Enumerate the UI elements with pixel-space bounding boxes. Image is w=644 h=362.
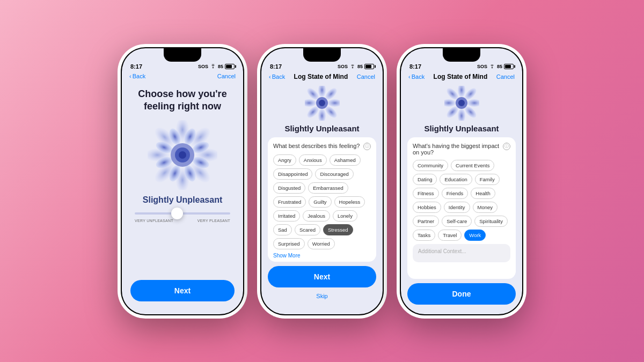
slider-thumb[interactable]: [171, 208, 183, 219]
tag-disgusted[interactable]: Disgusted: [273, 182, 305, 194]
additional-context-input[interactable]: Additional Context...: [413, 244, 510, 262]
info-btn-feelings[interactable]: ⓘ: [363, 143, 371, 150]
nav-bar-2: ‹ Back Log State of Mind Cancel: [261, 72, 383, 84]
screen3-content: Slightly Unpleasant What's having the bi…: [401, 84, 522, 314]
tag-lonely[interactable]: Lonely: [333, 210, 357, 221]
back-btn-2[interactable]: ‹ Back: [269, 73, 285, 80]
tag-travel[interactable]: Travel: [438, 230, 462, 241]
battery-3: 85: [497, 64, 502, 69]
tag-scared[interactable]: Scared: [295, 224, 320, 235]
tag-community[interactable]: Community: [413, 160, 448, 171]
slider-container: VERY UNPLEASANT VERY PLEASANT: [130, 212, 235, 223]
svg-point-28: [319, 100, 325, 106]
feeling-title-2: Slightly Unpleasant: [284, 124, 359, 133]
back-btn-3[interactable]: ‹ Back: [408, 73, 425, 80]
battery-icon-3: [504, 64, 514, 69]
cancel-btn-3[interactable]: Cancel: [496, 73, 515, 80]
tag-spirituality[interactable]: Spirituality: [474, 216, 508, 227]
flower-svg-2: [305, 86, 340, 121]
notch-2: [303, 48, 341, 62]
time-2: 8:17: [270, 63, 282, 70]
flower-1: [148, 120, 217, 190]
svg-point-38: [458, 100, 465, 106]
tag-fitness[interactable]: Fitness: [413, 188, 439, 199]
tag-jealous[interactable]: Jealous: [303, 210, 330, 221]
tag-frustrated[interactable]: Frustrated: [273, 196, 306, 208]
phone-2-screen: 8:17 SOS 85 ‹ Back: [261, 48, 383, 314]
battery-fill-1: [226, 65, 232, 68]
tag-identity[interactable]: Identity: [444, 202, 470, 213]
flower-svg-3: [444, 86, 479, 121]
tag-current-events[interactable]: Current Events: [451, 160, 494, 171]
tag-irritated[interactable]: Irritated: [273, 210, 300, 221]
show-more-btn[interactable]: Show More: [273, 253, 371, 258]
phone-3: 8:17 SOS 85 ‹ Back: [400, 47, 523, 315]
svg-point-18: [179, 151, 186, 159]
tag-stressed[interactable]: Stressed: [323, 224, 353, 235]
tag-worried[interactable]: Worried: [308, 238, 335, 249]
screen2-content: Slightly Unpleasant What best describes …: [261, 84, 383, 314]
battery-icon-2: [364, 64, 374, 69]
done-btn[interactable]: Done: [407, 283, 516, 305]
impact-question: What's having the biggest impact on you?…: [413, 143, 510, 156]
tag-family[interactable]: Family: [475, 174, 500, 185]
info-btn-impact[interactable]: ⓘ: [503, 143, 510, 150]
battery-fill-2: [365, 65, 371, 68]
tag-partner[interactable]: Partner: [413, 216, 439, 227]
skip-btn[interactable]: Skip: [268, 293, 376, 299]
tag-health[interactable]: Health: [471, 188, 495, 199]
tag-embarrassed[interactable]: Embarrassed: [308, 182, 348, 194]
slider-right-label: VERY PLEASANT: [197, 219, 230, 223]
tag-sad[interactable]: Sad: [273, 224, 292, 235]
next-btn-2[interactable]: Next: [268, 266, 376, 287]
status-right-2: SOS 85: [338, 64, 374, 69]
svg-point-33: [458, 109, 465, 121]
back-btn-1[interactable]: ‹ Back: [129, 73, 145, 79]
tag-hopeless[interactable]: Hopeless: [334, 196, 365, 208]
impact-card: What's having the biggest impact on you?…: [407, 137, 516, 279]
next-btn-1[interactable]: Next: [130, 280, 235, 301]
tag-work[interactable]: Work: [464, 230, 486, 241]
tag-discouraged[interactable]: Discouraged: [315, 168, 353, 180]
phone-1-wrapper: 8:17 SOS 85: [118, 44, 247, 319]
svg-point-23: [318, 109, 326, 121]
slider-left-label: VERY UNPLEASANT: [135, 219, 173, 223]
tag-angry[interactable]: Angry: [273, 154, 296, 166]
battery-fill-3: [505, 65, 511, 68]
nav-title-2: Log State of Mind: [294, 73, 348, 80]
tag-surprised[interactable]: Surprised: [273, 238, 305, 249]
tag-ashamed[interactable]: Ashamed: [330, 154, 361, 166]
tag-disappointed[interactable]: Disappointed: [273, 168, 312, 180]
tag-hobbies[interactable]: Hobbies: [413, 202, 441, 213]
carrier-1: SOS: [198, 64, 208, 69]
slider-labels: VERY UNPLEASANT VERY PLEASANT: [135, 219, 230, 223]
btn-area-3: Done: [407, 283, 516, 314]
tag-selfcare[interactable]: Self-care: [442, 216, 472, 227]
tag-money[interactable]: Money: [473, 202, 498, 213]
screen1-content: Choose how you're feeling right now: [122, 83, 243, 314]
svg-point-21: [328, 99, 340, 107]
phones-container: 8:17 SOS 85: [118, 44, 526, 319]
tag-education[interactable]: Education: [440, 174, 472, 185]
screen1-heading: Choose how you're feeling right now: [130, 88, 235, 113]
battery-icon-1: [225, 64, 235, 69]
phone-2-wrapper: 8:17 SOS 85 ‹ Back: [257, 44, 387, 319]
svg-point-19: [318, 86, 326, 97]
impact-tags: Community Current Events Dating Educatio…: [413, 160, 510, 241]
tag-tasks[interactable]: Tasks: [413, 230, 435, 241]
wifi-icon-3: [489, 64, 495, 69]
tag-guilty[interactable]: Guilty: [309, 196, 331, 208]
cancel-btn-1[interactable]: Cancel: [217, 73, 236, 79]
nav-bar-1: ‹ Back Cancel: [122, 72, 243, 83]
tag-dating[interactable]: Dating: [413, 174, 437, 185]
notch-3: [443, 48, 480, 62]
cancel-btn-2[interactable]: Cancel: [357, 73, 375, 80]
tag-anxious[interactable]: Anxious: [299, 154, 327, 166]
battery-2: 85: [357, 64, 363, 69]
nav-bar-3: ‹ Back Log State of Mind Cancel: [401, 72, 522, 84]
phone-3-wrapper: 8:17 SOS 85 ‹ Back: [397, 44, 526, 319]
slider-track[interactable]: [135, 212, 230, 215]
status-right-3: SOS 85: [477, 64, 514, 69]
tag-friends[interactable]: Friends: [442, 188, 469, 199]
wifi-icon-1: [210, 64, 216, 69]
